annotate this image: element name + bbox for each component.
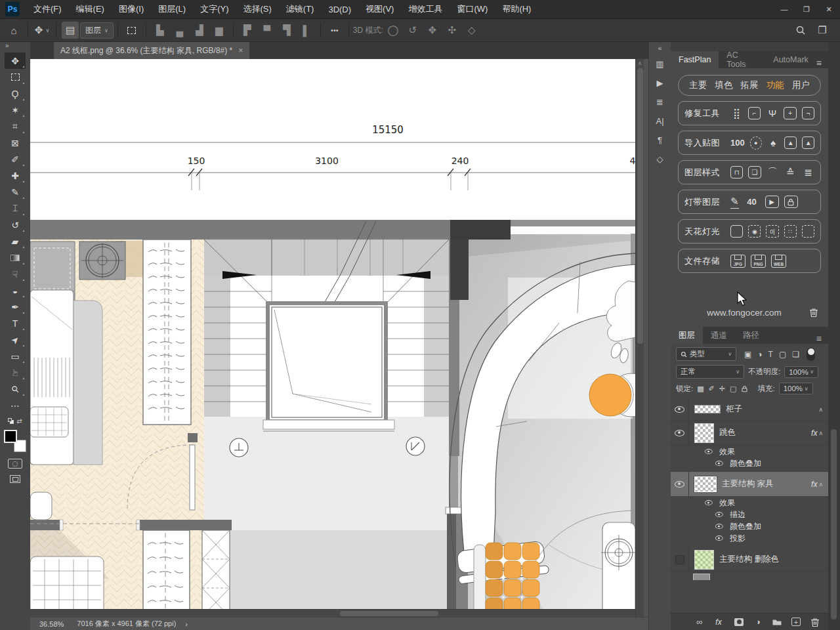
maximize-button[interactable]: ❐ xyxy=(795,0,818,18)
3d-drag-icon[interactable]: ✥ xyxy=(424,22,441,39)
fx-badge[interactable]: fx xyxy=(811,429,817,438)
image2-icon[interactable]: ▲ xyxy=(802,136,814,149)
status-chevron-icon[interactable]: › xyxy=(185,620,188,628)
link-layers-icon[interactable]: ∞ xyxy=(694,617,705,627)
filter-image-icon[interactable]: ▣ xyxy=(744,350,751,359)
cactus-icon[interactable]: Ψ xyxy=(766,108,778,119)
collapse-panels-icon[interactable]: « xyxy=(658,44,662,54)
distribute-horizontal-icon[interactable]: ▆ xyxy=(211,22,228,39)
actions-panel-icon[interactable]: ▶ xyxy=(649,74,671,93)
move-tool[interactable]: ✥ xyxy=(5,52,26,69)
workspace-switcher-icon[interactable]: ❐ xyxy=(814,22,831,39)
patch2-icon[interactable]: ¬ xyxy=(802,107,814,119)
style-shadow-icon[interactable]: ❏ xyxy=(748,166,761,178)
distribute-vertical-icon[interactable]: ▌ xyxy=(298,22,315,39)
dashed-box-icon[interactable] xyxy=(802,225,814,238)
paragraph-panel-icon[interactable]: ¶ xyxy=(649,131,671,150)
vertical-scroll-thumb[interactable] xyxy=(637,68,643,344)
filter-type-icon[interactable]: T xyxy=(768,350,773,359)
layer-mask-icon[interactable] xyxy=(734,617,744,627)
3d-rotate-icon[interactable]: ◯ xyxy=(385,22,402,39)
auto-select-target-dropdown[interactable]: 图层 ∨ xyxy=(80,22,114,39)
new-layer-icon[interactable]: + xyxy=(791,618,801,626)
filter-shape-icon[interactable]: ▢ xyxy=(779,350,786,359)
character-panel-icon[interactable]: A| xyxy=(649,112,671,131)
dome-icon[interactable]: ⌒ xyxy=(766,166,779,178)
effect-color-overlay-row[interactable]: 颜色叠加 xyxy=(671,457,828,469)
trash-icon[interactable] xyxy=(808,307,819,318)
effects-header-row[interactable]: 效果 xyxy=(671,446,828,457)
layer-style-icon[interactable]: fx xyxy=(713,617,724,627)
lasso-tool[interactable]: Ϙ xyxy=(5,85,26,102)
home-icon[interactable]: ⌂ xyxy=(5,22,22,39)
eye-icon[interactable] xyxy=(715,524,723,529)
tab-paths[interactable]: 路径 xyxy=(735,327,767,344)
toolbar-expander-icon[interactable]: » xyxy=(0,42,30,52)
eye-icon[interactable] xyxy=(715,461,723,466)
history-brush-tool[interactable]: ↺ xyxy=(5,217,26,233)
menu-plugins[interactable]: 增效工具 xyxy=(401,0,450,18)
align-left-icon[interactable]: ▙ xyxy=(152,22,169,39)
zoom-level-field[interactable]: 36.58% xyxy=(35,620,68,628)
layer-row-partial[interactable] xyxy=(671,572,828,580)
smudge-tool[interactable]: ☟ xyxy=(5,266,26,282)
layer-row-delete-color[interactable]: 主要结构 删除色 xyxy=(671,547,828,572)
filter-adjustment-icon[interactable]: ◑ xyxy=(757,350,762,359)
layer-thumbnail[interactable] xyxy=(694,423,714,443)
default-colors-icon[interactable] xyxy=(8,418,14,424)
visibility-toggle[interactable] xyxy=(671,421,689,445)
delete-layer-icon[interactable] xyxy=(810,617,820,627)
swap-colors-icon[interactable]: ⇄ xyxy=(16,417,22,425)
menu-type[interactable]: 文字(Y) xyxy=(193,0,236,18)
category-main[interactable]: 主要 xyxy=(689,79,707,91)
histogram-panel-icon[interactable]: ▥ xyxy=(649,54,671,74)
floorplan-canvas[interactable]: 15150 150 3100 240 4 xyxy=(30,59,635,617)
minimize-button[interactable]: — xyxy=(773,0,795,18)
menu-file[interactable]: 文件(F) xyxy=(26,0,69,18)
menu-layer[interactable]: 图层(L) xyxy=(151,0,193,18)
gradient-tool[interactable] xyxy=(5,249,26,266)
layer-name[interactable]: 主要结构 删除色 xyxy=(719,554,828,565)
pencil-icon[interactable]: ✎ xyxy=(730,196,739,209)
page-icon[interactable] xyxy=(730,225,743,238)
website-link[interactable]: www.fongocer.com xyxy=(680,308,808,318)
align-right-icon[interactable]: ▟ xyxy=(191,22,208,39)
layer-name[interactable]: 主要结构 家具 xyxy=(722,478,811,490)
effect-color-overlay-row[interactable]: 颜色叠加 xyxy=(671,520,828,532)
tab-fastplan[interactable]: FastPlan xyxy=(671,51,719,68)
canvas-viewport[interactable]: 15150 150 3100 240 4 xyxy=(30,59,648,617)
search-icon[interactable] xyxy=(795,25,806,35)
category-extend[interactable]: 拓展 xyxy=(741,79,759,91)
fill-dropdown[interactable]: 100% ∨ xyxy=(779,383,813,394)
scroll-up-icon[interactable]: ∧ xyxy=(636,60,644,66)
align-top-icon[interactable]: ▛ xyxy=(239,22,256,39)
tab-layers[interactable]: 图层 xyxy=(671,327,703,344)
clone-stamp-tool[interactable]: ⌶ xyxy=(5,200,26,217)
quick-mask-icon[interactable] xyxy=(8,459,22,469)
effect-stroke-row[interactable]: 描边 xyxy=(671,509,828,520)
screen-mode-icon[interactable] xyxy=(10,475,20,483)
dashed-circle-icon[interactable]: ● xyxy=(750,136,762,150)
transform-controls-icon[interactable] xyxy=(123,22,140,39)
save-png-icon[interactable]: PNG xyxy=(751,255,766,268)
menu-help[interactable]: 帮助(H) xyxy=(495,0,538,18)
category-user[interactable]: 用户 xyxy=(792,79,810,91)
play-icon[interactable]: ▶ xyxy=(765,196,779,208)
type-tool[interactable]: T xyxy=(5,315,26,331)
move-tool-preset-icon[interactable]: ✥ ∨ xyxy=(33,22,51,39)
patch-tool-icon[interactable]: ⌐ xyxy=(748,107,761,119)
quick-selection-tool[interactable]: ✶ xyxy=(5,102,26,118)
tab-channels[interactable]: 通道 xyxy=(703,327,735,344)
layer-row-cabinet[interactable]: 柜子 ∧ xyxy=(671,398,828,421)
auto-select-icon[interactable]: ▤ xyxy=(62,22,79,39)
style-top-icon[interactable]: ⊓ xyxy=(730,166,743,178)
eye-icon[interactable] xyxy=(715,536,723,541)
tab-close-icon[interactable]: × xyxy=(238,46,243,55)
3d-slide-icon[interactable]: ✣ xyxy=(444,22,461,39)
layer-thumbnail-selected[interactable] xyxy=(694,476,717,492)
filter-smart-object-icon[interactable]: ❏ xyxy=(792,350,799,359)
new-group-icon[interactable] xyxy=(772,617,782,627)
more-align-options-icon[interactable]: ••• xyxy=(326,22,343,39)
effects-header-row[interactable]: 效果 xyxy=(671,497,828,509)
foreground-color-swatch[interactable] xyxy=(4,430,17,443)
